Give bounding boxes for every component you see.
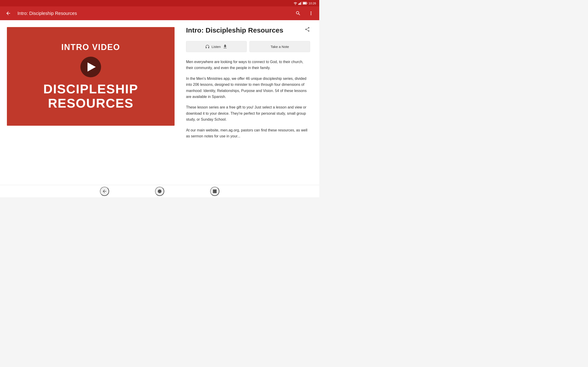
app-bar-title: Intro: Discipleship Resources xyxy=(17,11,289,16)
description-paragraph-4: At our main website, men.ag.org, pastors… xyxy=(186,127,310,140)
system-back-button[interactable] xyxy=(100,187,109,196)
video-section: INTRO VIDEO DISCIPLESHIP RESOURCES xyxy=(0,20,182,185)
video-container[interactable]: INTRO VIDEO DISCIPLESHIP RESOURCES xyxy=(7,27,174,126)
play-button[interactable] xyxy=(80,57,101,77)
description-paragraph-1: Men everywhere are looking for ways to c… xyxy=(186,59,310,71)
wifi-icon xyxy=(294,2,297,5)
listen-label: Listen xyxy=(212,45,221,49)
battery-icon xyxy=(303,2,307,5)
back-button[interactable] xyxy=(4,9,13,18)
take-note-button[interactable]: Take a Note xyxy=(250,41,310,52)
share-icon[interactable] xyxy=(304,27,310,33)
search-button[interactable] xyxy=(294,9,303,18)
signal-icon xyxy=(298,2,302,5)
svg-rect-4 xyxy=(301,2,302,5)
main-content: INTRO VIDEO DISCIPLESHIP RESOURCES Intro… xyxy=(0,20,319,185)
take-note-label: Take a Note xyxy=(271,45,289,49)
video-title-bottom: DISCIPLESHIP RESOURCES xyxy=(43,82,138,110)
description: Men everywhere are looking for ways to c… xyxy=(186,59,310,139)
listen-button[interactable]: Listen xyxy=(186,41,247,52)
svg-rect-7 xyxy=(303,2,306,4)
svg-rect-1 xyxy=(298,4,299,5)
svg-rect-9 xyxy=(213,190,216,193)
more-options-button[interactable] xyxy=(306,9,316,18)
video-title-top: INTRO VIDEO xyxy=(61,42,120,52)
description-paragraph-3: These lesson series are a free gift to y… xyxy=(186,104,310,123)
svg-point-8 xyxy=(158,190,162,193)
play-triangle-icon xyxy=(87,62,96,72)
svg-rect-3 xyxy=(300,2,301,5)
download-icon xyxy=(223,44,228,49)
description-paragraph-2: In the Men's Ministries app, we offer 46… xyxy=(186,76,310,100)
svg-rect-2 xyxy=(299,3,300,5)
svg-point-0 xyxy=(295,4,296,5)
system-home-button[interactable] xyxy=(155,187,164,196)
system-recent-button[interactable] xyxy=(210,187,219,196)
svg-rect-6 xyxy=(307,3,307,4)
details-section: Intro: Discipleship Resources Listen Tak… xyxy=(182,20,319,185)
headphones-icon xyxy=(205,44,210,49)
app-bar: Intro: Discipleship Resources xyxy=(0,6,319,20)
status-bar: 10:26 xyxy=(0,0,319,6)
details-title: Intro: Discipleship Resources xyxy=(186,26,300,35)
app-bar-actions xyxy=(294,9,316,18)
status-time: 10:26 xyxy=(309,2,316,5)
action-buttons: Listen Take a Note xyxy=(186,41,310,52)
status-icons: 10:26 xyxy=(294,2,316,5)
details-header: Intro: Discipleship Resources xyxy=(186,26,310,35)
bottom-navigation xyxy=(0,185,319,197)
